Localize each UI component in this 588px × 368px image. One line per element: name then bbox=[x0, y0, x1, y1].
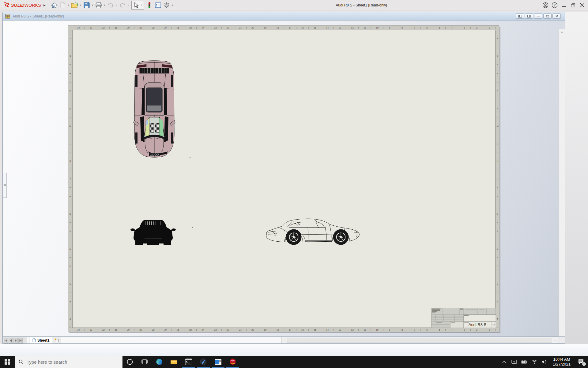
blue-window-app-icon[interactable] bbox=[211, 356, 225, 368]
sheet-nav-last[interactable] bbox=[18, 338, 23, 343]
windows-taskbar: SW 2021 10:44 AM 1/27/2021 1 bbox=[0, 356, 588, 368]
file-explorer-icon[interactable] bbox=[167, 356, 181, 368]
drawing-view-front[interactable] bbox=[130, 217, 176, 246]
add-sheet-tab[interactable] bbox=[52, 337, 61, 344]
help-icon[interactable]: ? bbox=[550, 0, 559, 10]
drawing-view-top[interactable] bbox=[130, 60, 179, 158]
traffic-light-icon-button[interactable] bbox=[145, 1, 154, 10]
panel-expand-knob[interactable] bbox=[4, 184, 6, 186]
task-view-icon[interactable] bbox=[137, 356, 152, 368]
solidworks-taskbar-icon[interactable]: SW 2021 bbox=[225, 356, 240, 368]
restore-button[interactable] bbox=[568, 0, 578, 10]
zone-label: 15 bbox=[309, 328, 321, 332]
document-titlebar: Audi R8 S - Sheet1 [Read-only] bbox=[3, 12, 565, 21]
options-gear-button[interactable] bbox=[162, 1, 171, 10]
zone-label: 20 bbox=[247, 328, 259, 332]
horizontal-scroll-thumb[interactable] bbox=[287, 338, 552, 343]
scroll-up-arrow[interactable]: ˄ bbox=[559, 30, 565, 34]
title-block-part-name: Audi R8 S bbox=[469, 322, 487, 327]
start-button[interactable] bbox=[0, 356, 15, 368]
close-button[interactable] bbox=[578, 0, 587, 10]
collapse-right-pane-button[interactable] bbox=[525, 13, 533, 19]
sheet-nav-next[interactable] bbox=[13, 338, 18, 343]
windows-logo-icon bbox=[5, 359, 10, 365]
toolbar-expand-arrow[interactable]: ▶ bbox=[43, 4, 46, 7]
collapse-left-pane-button[interactable] bbox=[516, 13, 524, 19]
select-dropdown[interactable]: ▾ bbox=[140, 1, 144, 10]
zone-label: F bbox=[68, 223, 72, 240]
edge-browser-icon[interactable] bbox=[152, 356, 167, 368]
open-dropdown[interactable]: ▾ bbox=[79, 1, 82, 10]
zone-label: J bbox=[68, 170, 72, 187]
battery-icon[interactable] bbox=[519, 356, 529, 368]
zone-label: 25 bbox=[184, 26, 197, 30]
tray-chevron-icon[interactable] bbox=[499, 356, 509, 368]
hexagon-app-icon[interactable] bbox=[196, 356, 211, 368]
zone-label: 32 bbox=[97, 26, 110, 30]
redo-dropdown[interactable]: ▾ bbox=[127, 1, 130, 10]
zone-label: 29 bbox=[134, 26, 147, 30]
save-dropdown[interactable]: ▾ bbox=[91, 1, 94, 10]
drawing-sheet[interactable]: 3433323130292827262524232221201918171615… bbox=[68, 25, 499, 332]
doc-close-button[interactable] bbox=[552, 13, 561, 19]
zone-label: 4 bbox=[446, 26, 458, 30]
search-input[interactable] bbox=[27, 359, 112, 365]
save-button[interactable] bbox=[82, 1, 91, 10]
select-arrow-button[interactable] bbox=[132, 1, 140, 10]
display-pane-button[interactable] bbox=[154, 1, 162, 10]
zone-label: 31 bbox=[110, 26, 122, 30]
vertical-scrollbar[interactable]: ˄ ˅ bbox=[559, 29, 565, 344]
zone-corner bbox=[68, 328, 72, 332]
undo-button[interactable] bbox=[106, 1, 115, 10]
zone-label: P bbox=[496, 82, 499, 100]
zone-label: F bbox=[496, 223, 499, 240]
zone-label: 21 bbox=[234, 26, 247, 30]
tab-sheet1[interactable]: Sheet1 bbox=[29, 337, 53, 344]
wifi-icon[interactable] bbox=[529, 356, 539, 368]
svg-text:?: ? bbox=[554, 3, 556, 7]
taskbar-clock[interactable]: 10:44 AM 1/27/2021 bbox=[549, 357, 574, 367]
open-button[interactable] bbox=[70, 1, 79, 10]
zone-label: A bbox=[68, 310, 72, 328]
select-tool-group: ▾ bbox=[131, 1, 144, 10]
print-dropdown[interactable]: ▾ bbox=[103, 1, 106, 10]
zone-label: T bbox=[68, 30, 72, 47]
tab-sheet1-label: Sheet1 bbox=[37, 338, 49, 343]
redo-button[interactable] bbox=[118, 1, 127, 10]
sheet-nav-first[interactable] bbox=[4, 338, 8, 343]
feature-tree-collapsed-tab[interactable] bbox=[3, 173, 7, 198]
account-icon[interactable] bbox=[541, 0, 550, 10]
zone-label: 2 bbox=[471, 328, 483, 332]
taskbar-search[interactable] bbox=[15, 356, 123, 368]
new-document-dropdown[interactable]: ▾ bbox=[67, 1, 70, 10]
zone-label: 26 bbox=[172, 26, 184, 30]
options-dropdown[interactable]: ▾ bbox=[171, 1, 174, 10]
add-sheet-icon bbox=[54, 338, 59, 342]
sheet-nav-prev[interactable] bbox=[9, 338, 13, 343]
doc-restore-button[interactable] bbox=[543, 13, 552, 19]
action-center-icon[interactable]: 1 bbox=[574, 356, 588, 368]
command-prompt-icon[interactable] bbox=[181, 356, 196, 368]
drawing-viewport[interactable]: 3433323130292827262524232221201918171615… bbox=[3, 21, 565, 336]
home-button[interactable] bbox=[50, 1, 58, 10]
title-block[interactable]: Audi R8 S A2 bbox=[431, 308, 496, 328]
new-document-button[interactable] bbox=[58, 1, 67, 10]
cortana-icon[interactable] bbox=[123, 356, 137, 368]
zone-label: N bbox=[68, 100, 72, 117]
zone-label: 10 bbox=[371, 26, 383, 30]
zone-label: 1 bbox=[483, 328, 496, 332]
cast-screen-icon[interactable] bbox=[509, 356, 519, 368]
zone-label: 29 bbox=[134, 328, 147, 332]
volume-icon[interactable] bbox=[539, 356, 549, 368]
print-button[interactable] bbox=[94, 1, 103, 10]
minimize-button[interactable] bbox=[559, 0, 568, 10]
scroll-right-arrow[interactable]: › bbox=[552, 339, 558, 342]
zone-label: B bbox=[68, 293, 72, 310]
doc-minimize-button[interactable] bbox=[534, 13, 542, 19]
scroll-left-arrow[interactable]: ‹ bbox=[281, 339, 287, 342]
app-titlebar: SOLIDWORKS ▶ ▾ ▾ ▾ ▾ ▾ ▾ bbox=[0, 0, 588, 10]
undo-dropdown[interactable]: ▾ bbox=[115, 1, 118, 10]
horizontal-scrollbar[interactable]: ‹ › bbox=[281, 337, 558, 344]
drawing-view-side[interactable] bbox=[265, 217, 363, 246]
zone-label: 6 bbox=[421, 26, 433, 30]
